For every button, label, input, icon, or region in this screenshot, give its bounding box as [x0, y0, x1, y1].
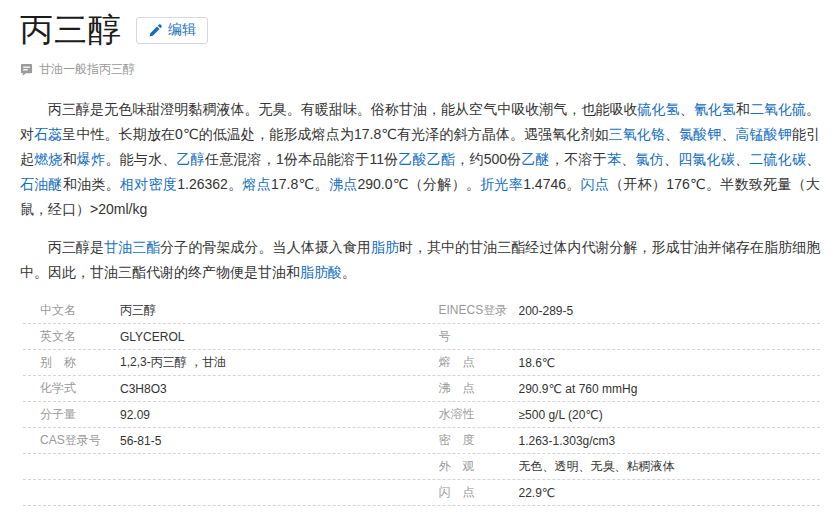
inline-link[interactable]: 燃烧 — [34, 151, 62, 167]
info-label: 密 度 — [439, 432, 519, 449]
info-cell-left — [23, 480, 422, 505]
info-cell-right: 熔 点18.6℃ — [422, 350, 821, 375]
disambiguation-text: 甘油一般指丙三醇 — [39, 61, 135, 78]
info-label: EINECS登录 — [439, 302, 519, 319]
info-cell-left: CAS登录号56-81-5 — [23, 428, 422, 453]
info-cell-right: 号 — [422, 324, 821, 349]
note-icon — [20, 63, 33, 76]
disambiguation-bar: 甘油一般指丙三醇 — [20, 61, 820, 77]
inline-link[interactable]: 甘油三酯 — [104, 239, 160, 255]
info-label: 分子量 — [40, 406, 120, 423]
paragraph-text: 任意混溶，1份本品能溶于11份 — [205, 151, 398, 167]
inline-link[interactable]: 熔点 — [242, 176, 271, 192]
inline-link[interactable]: 石油醚 — [20, 176, 63, 192]
paragraph-text: 和 — [63, 151, 77, 167]
paragraph-text: ，约500份 — [455, 151, 521, 167]
inline-link[interactable]: 脂肪 — [371, 239, 399, 255]
info-value: 18.6℃ — [519, 356, 821, 370]
paragraph-text: 和油类。 — [63, 176, 120, 192]
paragraph: 丙三醇是无色味甜澄明黏稠液体。无臭。有暖甜味。俗称甘油，能从空气中吸收潮气，也能… — [20, 97, 820, 222]
paragraph-text: 和 — [736, 101, 750, 117]
inline-link[interactable]: 石蕊 — [34, 126, 62, 142]
paragraph-text: 分子的骨架成分。当人体摄入食用 — [160, 239, 371, 255]
paragraph-text: 290.0℃（分解）。 — [357, 176, 480, 192]
info-row: 化学式C3H8O3沸 点290.9℃ at 760 mmHg — [23, 376, 820, 402]
info-row: 闪 点22.9℃ — [23, 480, 820, 506]
inline-link[interactable]: 二氧化硫 — [750, 101, 806, 117]
info-value: C3H8O3 — [120, 382, 422, 396]
inline-link[interactable]: 闪点 — [581, 176, 610, 192]
inline-link[interactable]: 高锰酸钾 — [736, 126, 792, 142]
info-row: 分子量92.09水溶性≥500 g/L (20℃) — [23, 402, 820, 428]
page-title: 丙三醇 — [20, 8, 122, 53]
info-value: 290.9℃ at 760 mmHg — [519, 382, 821, 396]
inline-link[interactable]: 乙醇 — [177, 151, 205, 167]
info-value: 22.9℃ — [519, 486, 821, 500]
info-cell-right: 水溶性≥500 g/L (20℃) — [422, 402, 821, 427]
info-cell-right: 闪 点22.9℃ — [422, 480, 821, 505]
info-value: 56-81-5 — [120, 434, 422, 448]
inline-link[interactable]: 氰化氢 — [694, 101, 736, 117]
paragraph-text: 、 — [680, 101, 694, 117]
info-cell-right: 外 观无色、透明、无臭、粘稠液体 — [422, 454, 821, 479]
paragraph-text: 、 — [806, 151, 820, 167]
inline-link[interactable]: 乙醚 — [522, 151, 550, 167]
info-value: GLYCEROL — [120, 330, 422, 344]
paragraph-text: 1.4746。 — [523, 176, 580, 192]
info-cell-left: 别 称1,2,3-丙三醇 ，甘油 — [23, 350, 422, 375]
inline-link[interactable]: 硫化氢 — [638, 101, 680, 117]
info-row: CAS登录号56-81-5密 度1.263-1.303g/cm3 — [23, 428, 820, 454]
inline-link[interactable]: 氯仿 — [635, 151, 663, 167]
paragraph-text: 、 — [621, 151, 635, 167]
info-value: ≥500 g/L (20℃) — [519, 408, 821, 422]
paragraph-text: 。 — [342, 264, 356, 280]
info-cell-left: 分子量92.09 — [23, 402, 422, 427]
info-label: 化学式 — [40, 380, 120, 397]
paragraph-text: 丙三醇是 — [48, 239, 104, 255]
header: 丙三醇 编辑 — [20, 8, 820, 52]
inline-link[interactable]: 折光率 — [480, 176, 523, 192]
inline-link[interactable]: 乙酸乙酯 — [398, 151, 455, 167]
info-value: 200-289-5 — [519, 304, 821, 318]
inline-link[interactable]: 三氧化铬 — [609, 126, 665, 142]
info-label: 熔 点 — [439, 354, 519, 371]
inline-link[interactable]: 苯 — [607, 151, 621, 167]
paragraph-text: 、 — [721, 126, 735, 142]
info-cell-left — [23, 454, 422, 479]
paragraph-text: 。能与水、 — [105, 151, 176, 167]
info-value: 1,2,3-丙三醇 ，甘油 — [120, 354, 422, 371]
info-row: 别 称1,2,3-丙三醇 ，甘油熔 点18.6℃ — [23, 350, 820, 376]
inline-link[interactable]: 爆炸 — [77, 151, 105, 167]
info-label: 英文名 — [40, 328, 120, 345]
info-label: 别 称 — [40, 354, 120, 371]
inline-link[interactable]: 二硫化碳 — [749, 151, 806, 167]
paragraph-text: 、 — [664, 151, 678, 167]
inline-link[interactable]: 四氯化碳 — [678, 151, 735, 167]
edit-button-label: 编辑 — [168, 21, 196, 39]
info-value: 92.09 — [120, 408, 422, 422]
page: 丙三醇 编辑 甘油一般指丙三醇 丙三醇是无色味甜澄明黏稠液体。无臭。有暖甜味。俗… — [0, 0, 834, 523]
inline-link[interactable]: 相对密度 — [120, 176, 177, 192]
info-label: 沸 点 — [439, 380, 519, 397]
info-cell-right: 密 度1.263-1.303g/cm3 — [422, 428, 821, 453]
info-label: 号 — [439, 328, 519, 345]
paragraph: 丙三醇是甘油三酯分子的骨架成分。当人体摄入食用脂肪时，其中的甘油三酯经过体内代谢… — [20, 235, 820, 285]
inline-link[interactable]: 氯酸钾 — [679, 126, 721, 142]
inline-link[interactable]: 沸点 — [329, 176, 358, 192]
info-cell-right: 沸 点290.9℃ at 760 mmHg — [422, 376, 821, 401]
info-value: 1.263-1.303g/cm3 — [519, 434, 821, 448]
paragraph-text: 、 — [735, 151, 749, 167]
info-table: 中文名丙三醇EINECS登录200-289-5英文名GLYCEROL号别 称1,… — [23, 298, 820, 506]
paragraph-text: ，不溶于 — [550, 151, 607, 167]
info-label: 水溶性 — [439, 406, 519, 423]
info-row: 英文名GLYCEROL号 — [23, 324, 820, 350]
pencil-icon — [148, 23, 163, 38]
info-row: 外 观无色、透明、无臭、粘稠液体 — [23, 454, 820, 480]
edit-button[interactable]: 编辑 — [136, 17, 208, 44]
paragraph-text: 17.8℃。 — [271, 176, 329, 192]
info-label: CAS登录号 — [40, 432, 120, 449]
info-row: 中文名丙三醇EINECS登录200-289-5 — [23, 298, 820, 324]
inline-link[interactable]: 脂肪酸 — [300, 264, 342, 280]
info-cell-left: 中文名丙三醇 — [23, 298, 422, 323]
info-cell-left: 英文名GLYCEROL — [23, 324, 422, 349]
